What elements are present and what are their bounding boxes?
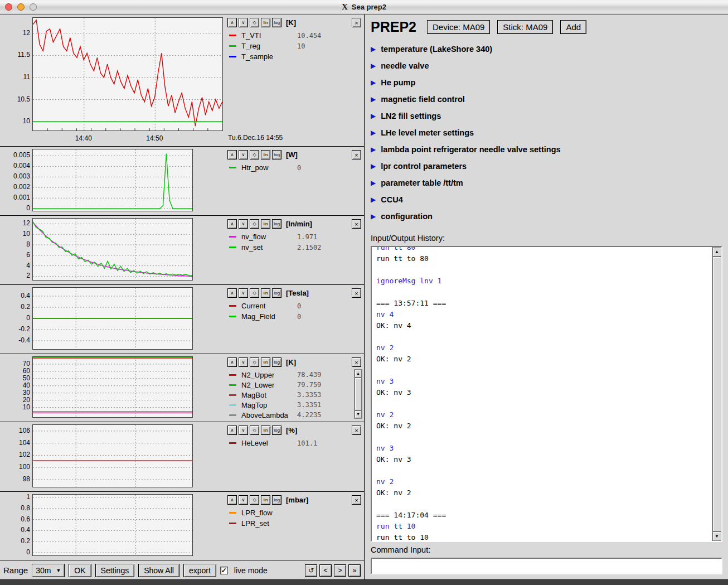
tree-item-5[interactable]: ▶LHe level meter settings: [371, 124, 722, 141]
tree-item-3[interactable]: ▶magnetic field control: [371, 91, 722, 108]
scroll-down-icon[interactable]: ▼: [712, 531, 721, 541]
shift-up-button[interactable]: ∧: [227, 357, 237, 367]
shift-up-button[interactable]: ∧: [227, 18, 237, 27]
log-scale-button[interactable]: log: [272, 288, 282, 298]
zoom-mode-button[interactable]: ◇: [250, 18, 259, 27]
shift-down-button[interactable]: ∨: [239, 219, 248, 229]
tree-item-4[interactable]: ▶LN2 fill settings: [371, 108, 722, 124]
shift-up-button[interactable]: ∧: [227, 219, 237, 229]
expand-triangle-icon[interactable]: ▶: [371, 129, 376, 137]
zoom-mode-button[interactable]: ◇: [250, 495, 259, 505]
show-all-button[interactable]: Show All: [138, 564, 179, 577]
scroll-right-button[interactable]: >: [334, 564, 346, 577]
shift-up-button[interactable]: ∧: [227, 150, 237, 159]
close-chart-button[interactable]: ×: [352, 18, 361, 27]
scrollbar-thumb[interactable]: [712, 257, 721, 531]
scrollbar-thumb[interactable]: [355, 378, 362, 410]
expand-triangle-icon[interactable]: ▶: [371, 62, 376, 70]
legend-scrollbar[interactable]: ▲▼: [354, 369, 362, 419]
expand-triangle-icon[interactable]: ▶: [371, 45, 376, 53]
stick-button[interactable]: Stick: MA09: [497, 20, 553, 34]
shift-up-button[interactable]: ∧: [227, 495, 237, 505]
tree-item-6[interactable]: ▶lambda point refrigerator needle valve …: [371, 141, 722, 158]
chart-canvas[interactable]: [32, 494, 193, 556]
expand-triangle-icon[interactable]: ▶: [371, 112, 376, 120]
series-value: 2.1502: [297, 244, 321, 252]
chart-canvas[interactable]: [32, 17, 223, 131]
zoom-mode-button[interactable]: ◇: [250, 219, 259, 229]
scroll-down-icon[interactable]: ▼: [355, 410, 362, 418]
lin-scale-button[interactable]: lin: [261, 18, 270, 27]
lin-scale-button[interactable]: lin: [261, 426, 270, 435]
zoom-mode-button[interactable]: ◇: [250, 150, 259, 159]
lin-scale-button[interactable]: lin: [261, 219, 270, 229]
expand-triangle-icon[interactable]: ▶: [371, 162, 376, 170]
lin-scale-button[interactable]: lin: [261, 150, 270, 159]
expand-triangle-icon[interactable]: ▶: [371, 196, 376, 204]
scroll-up-icon[interactable]: ▲: [355, 370, 362, 378]
range-dropdown[interactable]: 30m ▼: [32, 564, 65, 577]
log-scale-button[interactable]: log: [272, 150, 282, 159]
expand-triangle-icon[interactable]: ▶: [371, 146, 376, 153]
expand-triangle-icon[interactable]: ▶: [371, 79, 376, 86]
close-chart-button[interactable]: ×: [352, 426, 361, 435]
log-scale-button[interactable]: log: [272, 426, 282, 435]
close-chart-button[interactable]: ×: [352, 495, 361, 505]
scroll-left-button[interactable]: <: [319, 564, 332, 577]
shift-down-button[interactable]: ∨: [239, 288, 248, 298]
minimize-window-button[interactable]: [17, 3, 25, 11]
add-button[interactable]: Add: [560, 20, 586, 34]
zoom-mode-button[interactable]: ◇: [250, 357, 259, 367]
shift-down-button[interactable]: ∨: [239, 426, 248, 435]
shift-down-button[interactable]: ∨: [239, 18, 248, 27]
tree-item-7[interactable]: ▶lpr control parameters: [371, 158, 722, 175]
log-scale-button[interactable]: log: [272, 357, 282, 367]
expand-triangle-icon[interactable]: ▶: [371, 179, 376, 187]
device-button[interactable]: Device: MA09: [427, 20, 490, 34]
console-scrollbar[interactable]: ▲ ▼: [712, 247, 721, 541]
series-name: Current: [241, 302, 297, 310]
io-history-console[interactable]: run tt 80run tt to 80ignoreMsg lnv 1=== …: [371, 246, 722, 542]
tree-item-10[interactable]: ▶configuration: [371, 208, 722, 225]
scroll-end-button[interactable]: »: [348, 564, 361, 577]
tree-item-2[interactable]: ▶He pump: [371, 74, 722, 91]
chart-canvas[interactable]: [32, 218, 193, 281]
close-chart-button[interactable]: ×: [352, 288, 361, 298]
export-button[interactable]: export: [183, 564, 216, 577]
zoom-mode-button[interactable]: ◇: [250, 288, 259, 298]
log-scale-button[interactable]: log: [272, 18, 282, 27]
expand-triangle-icon[interactable]: ▶: [371, 95, 376, 103]
shift-down-button[interactable]: ∨: [239, 357, 248, 367]
tree-item-9[interactable]: ▶CCU4: [371, 191, 722, 208]
jump-latest-button[interactable]: ↺: [305, 564, 317, 577]
zoom-window-button[interactable]: [30, 3, 37, 11]
close-chart-button[interactable]: ×: [352, 150, 361, 159]
chart-canvas[interactable]: [32, 287, 193, 350]
chart-canvas[interactable]: [32, 149, 193, 211]
shift-down-button[interactable]: ∨: [239, 495, 248, 505]
settings-button[interactable]: Settings: [95, 564, 135, 577]
scroll-up-icon[interactable]: ▲: [712, 247, 721, 257]
shift-down-button[interactable]: ∨: [239, 150, 248, 159]
ok-button[interactable]: OK: [69, 564, 91, 577]
tree-item-0[interactable]: ▶temperature (LakeShore 340): [371, 41, 722, 57]
log-scale-button[interactable]: log: [272, 495, 282, 505]
expand-triangle-icon[interactable]: ▶: [371, 212, 376, 220]
lin-scale-button[interactable]: lin: [261, 288, 270, 298]
tree-item-1[interactable]: ▶needle valve: [371, 57, 722, 74]
close-window-button[interactable]: [5, 3, 12, 11]
lin-scale-button[interactable]: lin: [261, 357, 270, 367]
shift-up-button[interactable]: ∧: [227, 426, 237, 435]
console-line: nv 2: [376, 409, 707, 420]
shift-up-button[interactable]: ∧: [227, 288, 237, 298]
log-scale-button[interactable]: log: [272, 219, 282, 229]
lin-scale-button[interactable]: lin: [261, 495, 270, 505]
live-mode-checkbox[interactable]: ✓: [220, 567, 228, 574]
close-chart-button[interactable]: ×: [352, 219, 361, 229]
command-input[interactable]: [371, 558, 722, 574]
chart-canvas[interactable]: [32, 424, 193, 487]
chart-canvas[interactable]: [32, 356, 193, 418]
tree-item-8[interactable]: ▶parameter table /tt/tm: [371, 175, 722, 191]
close-chart-button[interactable]: ×: [352, 357, 361, 367]
zoom-mode-button[interactable]: ◇: [250, 426, 259, 435]
